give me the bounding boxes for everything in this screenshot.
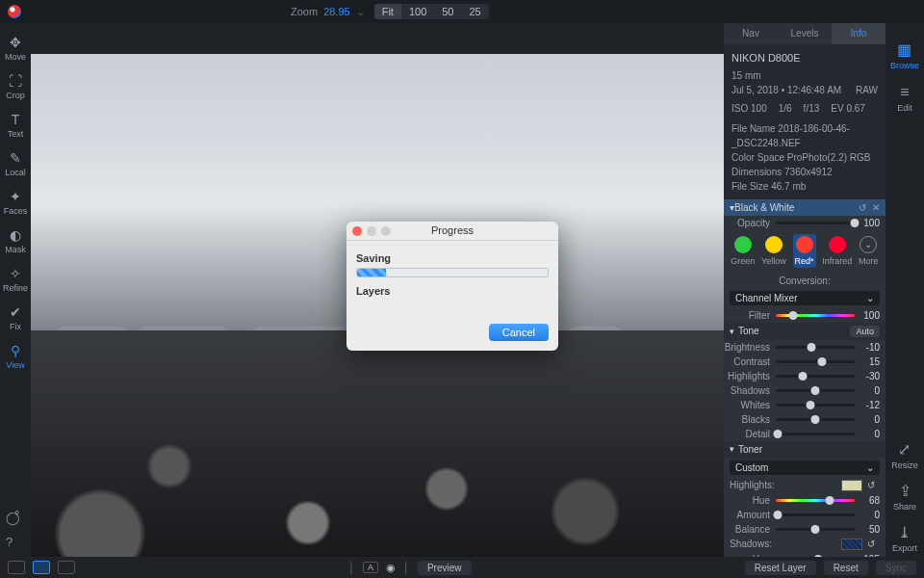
hi-reset-icon[interactable]: ↺ [862, 480, 880, 490]
progress-fill [357, 269, 386, 276]
divider: │ [403, 562, 410, 573]
detail-slider[interactable] [776, 433, 855, 435]
bw-header[interactable]: ▾ Black & White ↺ ✕ [724, 199, 886, 216]
toggle-a-icon[interactable]: A [363, 562, 378, 573]
zoom-chevron-icon[interactable]: ⌄ [356, 6, 365, 18]
chip-more-label: More [859, 256, 879, 266]
highlights-slider[interactable] [776, 375, 855, 378]
shadows-slider[interactable] [776, 389, 855, 392]
hi-amount-slider[interactable] [776, 513, 855, 516]
tool-refine-label: Refine [3, 283, 28, 293]
tone-label: Tone [738, 326, 759, 336]
whites-slider[interactable] [776, 404, 855, 407]
contrast-slider[interactable] [776, 360, 855, 363]
rail-edit[interactable]: ≡Edit [897, 84, 912, 113]
iso-value: ISO 100 [732, 101, 767, 116]
shutter-value: 1/6 [779, 101, 792, 116]
rail-export[interactable]: ⤓Export [892, 523, 917, 553]
rail-share[interactable]: ⇪Share [893, 482, 916, 512]
fix-icon: ✔ [10, 304, 21, 320]
tool-view[interactable]: ⚲View [1, 339, 30, 374]
chip-green[interactable]: Green [731, 236, 755, 268]
hi-balance-row: Balance50 [724, 522, 886, 537]
rail-export-label: Export [892, 543, 917, 553]
mask-icon: ◐ [10, 227, 21, 243]
opacity-slider[interactable] [776, 222, 855, 224]
reset-button[interactable]: Reset [824, 561, 868, 575]
blacks-slider[interactable] [776, 418, 855, 421]
colorspace-value: ProPhoto(2.2) RGB [787, 152, 871, 163]
tool-fix[interactable]: ✔Fix [1, 301, 30, 335]
zoom-value[interactable]: 28.95 [323, 6, 350, 17]
info-tabs: Nav Levels Info [724, 23, 886, 44]
chevron-down-icon: ⌄ [866, 293, 874, 303]
chip-more[interactable]: ⌄More [859, 236, 879, 268]
browse-icon: ▦ [897, 40, 911, 59]
conversion-select[interactable]: Channel Mixer⌄ [730, 291, 880, 305]
hi-balance-slider[interactable] [776, 528, 855, 531]
view-single-icon[interactable] [8, 561, 25, 574]
contrast-value: 15 [855, 356, 880, 367]
reset-layer-button[interactable]: Reset Layer [745, 561, 816, 575]
sync-button[interactable]: Sync [876, 561, 916, 575]
bw-reset-icon[interactable]: ↺ [859, 202, 866, 213]
progress-dialog: Progress Saving Layers Cancel [346, 222, 558, 351]
view-compare-icon[interactable] [58, 561, 75, 574]
preview-button[interactable]: Preview [418, 561, 472, 575]
hi-swatch[interactable] [841, 480, 862, 491]
tool-mask[interactable]: ◐Mask [1, 223, 30, 258]
hi-amount-value: 0 [855, 510, 880, 520]
filter-slider[interactable] [776, 314, 855, 317]
progress-bar [356, 268, 549, 277]
tool-text[interactable]: TText [1, 108, 30, 143]
chip-yellow[interactable]: Yellow [761, 236, 786, 268]
circle-icon[interactable]: ◉ [386, 562, 396, 574]
toner-section[interactable]: ▾Toner [724, 441, 886, 458]
hi-hue-row: Hue68 [724, 493, 886, 508]
dimensions-value: 7360x4912 [784, 167, 833, 177]
zoom-25-button[interactable]: 25 [462, 4, 489, 19]
sh-reset-icon[interactable]: ↺ [862, 539, 880, 549]
contrast-label: Contrast [724, 356, 776, 367]
tool-refine[interactable]: ✧Refine [1, 262, 30, 297]
toner-preset-select[interactable]: Custom⌄ [730, 460, 880, 475]
sh-swatch-label: Shadows: [724, 539, 778, 549]
tab-info[interactable]: Info [832, 23, 886, 44]
brightness-slider[interactable] [776, 346, 855, 349]
bw-close-icon[interactable]: ✕ [872, 202, 880, 213]
rail-resize[interactable]: ⤢Resize [891, 440, 918, 470]
zoom-100-button[interactable]: 100 [401, 4, 434, 19]
cancel-button[interactable]: Cancel [489, 324, 549, 341]
ev-value: EV 0.67 [831, 101, 865, 116]
tool-move[interactable]: ✥Move [1, 31, 30, 66]
zoom-label: Zoom [291, 6, 318, 17]
hi-balance-label: Balance [724, 524, 776, 535]
filename-label: File Name [732, 123, 776, 134]
tool-crop[interactable]: ⛶Crop [1, 69, 30, 104]
magnifier-icon: ⚲ [11, 343, 20, 358]
whites-row: Whites-12 [724, 398, 886, 412]
right-panel: Nav Levels Info NIKON D800E 15 mm Jul 5,… [724, 23, 886, 557]
chevron-down-icon: ▾ [730, 327, 734, 336]
help-icon[interactable]: ? [6, 535, 20, 549]
auto-button[interactable]: Auto [850, 326, 880, 337]
tool-local[interactable]: ✎Local [1, 146, 30, 181]
chip-red[interactable]: Red* [793, 234, 816, 268]
person-icon[interactable]: ◯̊ [6, 511, 20, 525]
zoom-50-button[interactable]: 50 [434, 4, 461, 19]
move-icon: ✥ [10, 35, 21, 50]
chip-yellow-label: Yellow [761, 256, 786, 266]
tool-mask-label: Mask [5, 245, 26, 254]
sh-swatch[interactable] [841, 539, 862, 550]
tab-levels[interactable]: Levels [778, 23, 832, 44]
tool-faces[interactable]: ✦Faces [1, 185, 30, 220]
tab-nav[interactable]: Nav [724, 23, 778, 44]
rail-browse[interactable]: ▦Browse [890, 40, 919, 70]
zoom-fit-button[interactable]: Fit [374, 4, 401, 19]
hi-hue-slider[interactable] [776, 499, 855, 502]
chip-infrared[interactable]: Infrared [822, 236, 852, 268]
tone-section[interactable]: ▾ToneAuto [724, 323, 886, 340]
highlights-label: Highlights [724, 371, 776, 381]
view-split-icon[interactable] [33, 561, 50, 574]
tool-faces-label: Faces [4, 206, 28, 216]
